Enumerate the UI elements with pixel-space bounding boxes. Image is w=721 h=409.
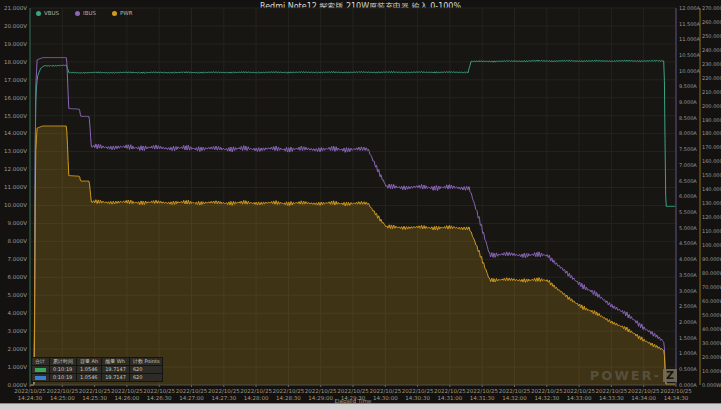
axis-tick-label: 4.000V: [7, 310, 27, 316]
axis-tick-label: 140.000W: [702, 186, 721, 192]
watermark-text: POWER-: [590, 369, 661, 382]
pwr-series-icon: [112, 11, 117, 16]
axis-tick-label: 80.000W: [702, 270, 721, 276]
axis-tick-label: 9.500A: [679, 83, 697, 89]
axis-tick-label: 7.000V: [7, 256, 27, 262]
axis-tick-label: 11.500A: [679, 21, 700, 27]
legend-item-vbus[interactable]: VBUS: [36, 10, 59, 16]
axis-tick-label: 260.000W: [702, 19, 721, 25]
stats-points: 620: [129, 366, 163, 374]
axis-tick-label: 200.000W: [702, 103, 721, 109]
chart-plot: 0.000V1.000V2.000V3.000V4.000V5.000V6.00…: [0, 0, 721, 409]
axis-tick-label: 19.000V: [4, 41, 27, 47]
legend-label-pwr: PWR: [120, 10, 133, 16]
axis-tick-label: 21.000V: [4, 5, 27, 11]
axis-tick-label: 250.000W: [702, 33, 721, 39]
axis-tick-label: 9.000A: [679, 99, 697, 105]
axis-tick-label: 9.000V: [7, 220, 27, 226]
axis-tick-label: 3.500A: [679, 272, 697, 278]
axis-tick-label: 18.000V: [4, 59, 27, 65]
axis-tick-label: 13.000V: [4, 148, 27, 154]
stats-header-points: 计数 Points: [129, 358, 163, 366]
axis-tick-label: 16.000V: [4, 95, 27, 101]
axis-tick-label: 10.000A: [679, 68, 700, 74]
series-swatch-icon: [35, 368, 46, 372]
axis-tick-label: 4.000A: [679, 256, 697, 262]
axis-tick-label: 8.500A: [679, 115, 697, 121]
axis-tick-label: 40.000W: [702, 326, 721, 332]
stats-energy: 19.7147: [102, 366, 130, 374]
axis-tick-label: 8.000A: [679, 130, 697, 136]
axis-tick-label: 5.000A: [679, 225, 697, 231]
stats-header-energy: 能量 Wh: [102, 358, 130, 366]
axis-tick-label: 3.000V: [7, 328, 27, 334]
powerz-watermark: POWER- Z: [590, 369, 677, 382]
axis-tick-label: 14.000V: [4, 130, 27, 136]
stats-header-total: 合计: [32, 358, 50, 366]
axis-tick-label: 3.000A: [679, 288, 697, 294]
axis-tick-label: 0.000A: [679, 382, 697, 388]
stats-table: 合计 累计时间 容量 Ah 能量 Wh 计数 Points 0:10:19 1.…: [31, 357, 163, 382]
axis-tick-label: 2.500A: [679, 303, 697, 309]
axis-tick-label: 7.000A: [679, 162, 697, 168]
axis-tick-label: 11.000V: [4, 184, 27, 190]
stats-header-elapsed: 累计时间: [50, 358, 77, 366]
axis-tick-label: 170.000W: [702, 144, 721, 150]
axis-tick-label: 220.000W: [702, 75, 721, 81]
axis-tick-label: 240.000W: [702, 47, 721, 53]
series-swatch-icon: [35, 376, 46, 380]
stats-capacity: 1.0546: [77, 366, 102, 374]
axis-tick-label: 150.000W: [702, 172, 721, 178]
axis-tick-label: 20.000W: [702, 354, 721, 360]
axis-tick-label: 6.500A: [679, 178, 697, 184]
axis-tick-label: 100.000W: [702, 242, 721, 248]
stats-row: 0:10:19 1.0546 19.7147 620: [32, 374, 163, 382]
axis-tick-label: 0.000V: [7, 382, 27, 388]
horizontal-scrollbar[interactable]: [0, 403, 721, 409]
axis-tick-label: 1.000V: [7, 364, 27, 370]
axis-tick-label: 17.000V: [4, 77, 27, 83]
chart-legend: VBUS IBUS PWR: [36, 10, 133, 16]
axis-tick-label: 1.000A: [679, 350, 697, 356]
vbus-series-icon: [36, 11, 41, 16]
axis-tick-label: 2.000V: [7, 346, 27, 352]
axis-tick-label: 10.000V: [4, 202, 27, 208]
stats-elapsed: 0:10:19: [50, 374, 77, 382]
axis-tick-label: 180.000W: [702, 130, 721, 136]
legend-item-pwr[interactable]: PWR: [112, 10, 133, 16]
axis-tick-label: 1.500A: [679, 335, 697, 341]
legend-label-ibus: IBUS: [83, 10, 96, 16]
axis-tick-label: 230.000W: [702, 61, 721, 67]
axis-tick-label: 110.000W: [702, 228, 721, 234]
axis-tick-label: 190.000W: [702, 117, 721, 123]
powerz-logo-icon: Z: [663, 369, 677, 382]
ibus-series-icon: [75, 11, 80, 16]
axis-tick-label: 15.000V: [4, 113, 27, 119]
legend-label-vbus: VBUS: [44, 10, 59, 16]
axis-tick-label: 12.000A: [679, 5, 700, 11]
stats-points: 620: [129, 374, 163, 382]
axis-tick-label: 7.500A: [679, 146, 697, 152]
stats-capacity: 1.0546: [77, 374, 102, 382]
axis-tick-label: 0.500A: [679, 366, 697, 372]
axis-tick-label: 270.000W: [702, 5, 721, 11]
axis-tick-label: 2.000A: [679, 319, 697, 325]
axis-tick-label: 5.000V: [7, 292, 27, 298]
axis-tick-label: 60.000W: [702, 298, 721, 304]
stats-energy: 19.7147: [102, 374, 130, 382]
app-window: Redmi Note12 探索版 210W原装充电器 输入,0-100% 0.0…: [0, 0, 721, 409]
axis-tick-label: 12.000V: [4, 166, 27, 172]
axis-tick-label: 130.000W: [702, 200, 721, 206]
axis-tick-label: 10.500A: [679, 52, 700, 58]
axis-tick-label: 70.000W: [702, 284, 721, 290]
stats-row: 0:10:19 1.0546 19.7147 620: [32, 366, 163, 374]
stats-header-row: 合计 累计时间 容量 Ah 能量 Wh 计数 Points: [32, 358, 163, 366]
legend-item-ibus[interactable]: IBUS: [75, 10, 96, 16]
axis-tick-label: 5.500A: [679, 209, 697, 215]
stats-elapsed: 0:10:19: [50, 366, 77, 374]
axis-tick-label: 20.000V: [4, 23, 27, 29]
axis-tick-label: 30.000W: [702, 340, 721, 346]
stats-header-capacity: 容量 Ah: [77, 358, 102, 366]
axis-tick-label: 11.000A: [679, 36, 700, 42]
axis-tick-label: 6.000A: [679, 193, 697, 199]
